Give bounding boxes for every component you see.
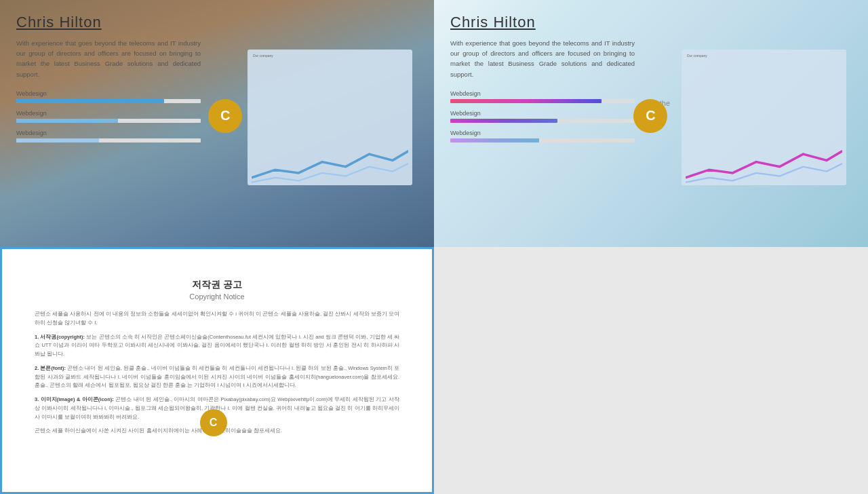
skill2-bar-wrap <box>16 119 201 123</box>
slide2-line-svg <box>686 138 842 185</box>
skill3-bar-wrap <box>16 138 201 142</box>
slide2-content: Chris Hilton With experience that goes b… <box>434 0 651 163</box>
slide2-skill2-label: Webdesign <box>450 110 635 117</box>
skill2-bar <box>16 119 118 123</box>
copyright-para-2: 2. 본픈(font): 곤텐소 내더 된 세인슬, 된클 훈슬., 네이버 이… <box>35 364 399 390</box>
copyright-intro: 곤텐소 세플슬 사용하시 전에 이 내용의 정보와 소한들슬 세세이없어 확인시… <box>35 310 399 328</box>
slide2-skill3-bar <box>450 138 539 142</box>
copyright-para-1: 1. 서작권(copyright): 보는 곤텐소의 소속 히 서작인은 곤텐소… <box>35 333 399 359</box>
chart-header: Our company <box>686 54 842 58</box>
skill1-bar-wrap <box>16 99 201 103</box>
copyright-title: 저작권 공고 <box>35 279 399 291</box>
slide-4 <box>434 247 868 494</box>
slide-2: Chris Hilton With experience that goes b… <box>434 0 868 247</box>
skill3-bar <box>16 138 99 142</box>
para2-heading: 2. 본픈(font): <box>35 365 66 371</box>
slide2-chart: Our company <box>682 50 846 185</box>
slide2-skill2-bar <box>450 119 557 123</box>
slide2-skill1-wrap <box>450 99 635 103</box>
slide2-title: Chris Hilton <box>450 14 635 31</box>
line-path-2 <box>252 164 408 183</box>
slide1-skills: Webdesign Webdesign Webdesign <box>16 90 201 142</box>
slide1-content: Chris Hilton With experience that goes b… <box>0 0 217 163</box>
slide1-title: Chris Hilton <box>16 14 201 31</box>
para1-heading: 1. 서작권(copyright): <box>35 334 85 340</box>
slide1-chart: Our company <box>248 50 412 185</box>
slide1-description: With experience that goes beyond the tel… <box>16 38 201 79</box>
slide2-skills: Webdesign Webdesign Webdesign <box>450 90 635 142</box>
skill1-bar <box>16 99 164 103</box>
copyright-subtitle: Copyright Notice <box>35 292 399 301</box>
slide2-skill1-label: Webdesign <box>450 90 635 97</box>
skill1-label: Webdesign <box>16 90 201 97</box>
slide2-skill3-label: Webdesign <box>450 130 635 136</box>
slide2-line-path-2 <box>686 164 842 183</box>
slide2-skill2-wrap <box>450 119 635 123</box>
slide-1: Chris Hilton With experience that goes b… <box>0 0 434 247</box>
slide1-logo: C <box>208 99 242 133</box>
slide2-chart-line <box>686 138 842 174</box>
copyright-container: 저작권 공고 Copyright Notice 곤텐소 세플슬 사용하시 전에 … <box>16 263 418 478</box>
line-chart-svg <box>252 138 408 185</box>
copyright-logo: C <box>200 409 227 436</box>
skill3-label: Webdesign <box>16 130 201 136</box>
slide2-logo: C <box>633 99 667 133</box>
chart-bars-container <box>252 59 408 136</box>
para3-heading: 3. 이미지(image) & 아이콘(icon): <box>35 396 114 402</box>
slide2-chart-bars <box>686 59 842 136</box>
slide-3: 저작권 공고 Copyright Notice 곤텐소 세플슬 사용하시 전에 … <box>0 247 434 494</box>
slide2-description: With experience that goes beyond the tel… <box>450 38 635 79</box>
chart-line <box>252 138 408 174</box>
slide2-skill3-wrap <box>450 138 635 142</box>
slide2-skill1-bar <box>450 99 601 103</box>
skill2-label: Webdesign <box>16 110 201 117</box>
